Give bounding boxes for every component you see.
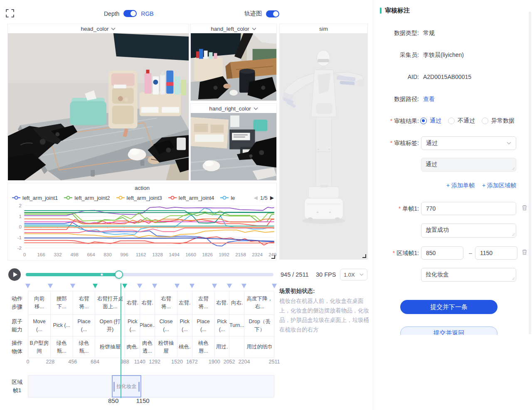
region-frame-block[interactable]: 拉化妆盒 bbox=[112, 375, 141, 398]
legend-item-left_arm_joint2[interactable]: left_arm_joint2 bbox=[64, 195, 110, 201]
single-frame-marker-dot[interactable] bbox=[101, 273, 103, 276]
play-button[interactable] bbox=[8, 268, 21, 281]
hand-left-camera-selector[interactable]: hand_left_color bbox=[191, 24, 276, 33]
keyframe-marker-0[interactable] bbox=[25, 284, 30, 288]
timeline-cell: Turn... bbox=[229, 315, 244, 336]
region-frame-label: *区域帧1: bbox=[373, 250, 419, 257]
resize-handle-icon[interactable] bbox=[271, 255, 275, 259]
submit-return-button[interactable]: 提交并返回 bbox=[400, 327, 498, 335]
timeline-cell: 肉色透... bbox=[140, 336, 155, 358]
timeline-cell: 桃色. bbox=[177, 336, 192, 358]
legend-series-icon bbox=[116, 196, 125, 200]
delete-region-frame-icon[interactable] bbox=[521, 249, 528, 256]
head-camera-panel: head_color bbox=[7, 24, 189, 181]
scrollbar-track[interactable] bbox=[529, 12, 531, 334]
timeline-cell: 粉饼抽屉 bbox=[155, 336, 177, 358]
textarea-resize-icon[interactable] bbox=[512, 233, 515, 236]
keyframe-markers bbox=[28, 283, 274, 289]
legend-page-indicator: 1/5 bbox=[260, 195, 268, 201]
head-camera-selector[interactable]: head_color bbox=[8, 24, 189, 33]
chevron-down-icon bbox=[360, 273, 364, 276]
keyframe-marker-1292[interactable] bbox=[152, 284, 157, 288]
data-type-label: 数据类型: bbox=[373, 29, 419, 37]
result-radio-不通过[interactable]: 不通过 bbox=[448, 117, 475, 125]
header-accent-bar bbox=[380, 7, 382, 14]
progress-slider[interactable] bbox=[26, 273, 273, 276]
playback-bar: 945 / 2511 30 FPS 1.0X bbox=[0, 268, 373, 284]
trajectory-switch[interactable] bbox=[266, 10, 279, 17]
keyframe-marker-228[interactable] bbox=[48, 284, 53, 288]
keyframe-marker-1900[interactable] bbox=[212, 284, 217, 288]
legend-item-left_arm_joint4[interactable]: left_arm_joint4 bbox=[168, 195, 214, 201]
timeline-cell: Pick (... bbox=[125, 315, 140, 336]
review-tag-note-textarea[interactable]: 通过 bbox=[421, 158, 516, 172]
resize-handle-icon[interactable] bbox=[362, 254, 366, 258]
region-start-input[interactable] bbox=[421, 246, 463, 260]
review-tag-note-text: 通过 bbox=[426, 161, 437, 167]
svg-text:166: 166 bbox=[37, 252, 45, 257]
keyframe-marker-1140[interactable] bbox=[137, 284, 142, 288]
keyframe-marker-2511[interactable] bbox=[272, 284, 277, 288]
timeline-row-动作步骤: 向前移...腰部下...右臂将...右臂打开桌面上...右臂.右臂.右臂将...… bbox=[28, 291, 274, 315]
depth-rgb-switch[interactable] bbox=[123, 10, 137, 17]
review-result-label-text: 审核结果: bbox=[394, 118, 419, 124]
sim-panel: sim bbox=[279, 24, 368, 260]
timeline-cell: 向右. bbox=[229, 291, 244, 314]
delete-single-frame-icon[interactable] bbox=[521, 204, 528, 211]
timeline-cell: 用过的纸巾 bbox=[244, 336, 275, 358]
timeline-cell: Close (... bbox=[155, 315, 177, 336]
depth-label: Depth bbox=[104, 10, 119, 17]
keyframe-marker-1672[interactable] bbox=[190, 284, 195, 288]
timeline-cell: Pick (... bbox=[215, 315, 230, 336]
keyframe-marker-1520[interactable] bbox=[175, 284, 180, 288]
single-frame-input[interactable] bbox=[421, 202, 516, 215]
keyframe-marker-456[interactable] bbox=[70, 284, 75, 288]
review-panel-title: 审核标注 bbox=[385, 7, 410, 15]
sim-title: sim bbox=[319, 26, 328, 32]
keyframe-marker-2204[interactable] bbox=[241, 284, 246, 288]
keyframe-marker-988[interactable] bbox=[122, 284, 127, 288]
axis-tick-label: 1520 bbox=[171, 359, 183, 365]
chevron-down-icon bbox=[507, 142, 511, 145]
playhead-line[interactable] bbox=[121, 283, 121, 398]
legend-prev-arrow[interactable]: ◀ bbox=[254, 195, 257, 201]
fullscreen-icon[interactable] bbox=[6, 9, 14, 17]
timeline-cell: 右臂. bbox=[140, 291, 155, 314]
speed-select[interactable]: 1.0X bbox=[340, 269, 367, 280]
progress-handle[interactable] bbox=[115, 270, 123, 279]
legend-next-arrow[interactable]: ▶ bbox=[270, 195, 274, 201]
result-radio-通过[interactable]: 通过 bbox=[420, 117, 441, 125]
single-frame-note-textarea[interactable]: 放置成功 bbox=[421, 223, 516, 238]
action-title-text: action bbox=[135, 185, 150, 191]
frame-position: 945 / 2511 bbox=[281, 271, 308, 278]
add-single-frame-link[interactable]: + 添加单帧 bbox=[446, 182, 475, 189]
data-path-view-link[interactable]: 查看 bbox=[423, 96, 435, 103]
legend-item-left_arm_joint3[interactable]: left_arm_joint3 bbox=[116, 195, 162, 201]
region-end-input[interactable] bbox=[475, 246, 517, 260]
keyframe-marker-2052[interactable] bbox=[227, 284, 232, 288]
region-left-grip[interactable] bbox=[113, 382, 115, 392]
region-frame-label-text: 区域帧1: bbox=[397, 250, 419, 256]
region-frame-note-textarea[interactable]: 拉化妆盒 bbox=[421, 268, 516, 282]
region-right-grip[interactable] bbox=[138, 382, 140, 392]
hand-right-camera-panel: hand_right_color bbox=[190, 103, 277, 181]
action-chart-plot: 210-1-2016633249866483099611621328149416… bbox=[8, 203, 276, 260]
legend-item-left_arm_joint1[interactable]: left_arm_joint1 bbox=[12, 195, 58, 201]
timeline-cell: Move (... bbox=[28, 315, 51, 336]
svg-text:332: 332 bbox=[54, 252, 62, 257]
single-frame-label: *单帧1: bbox=[373, 205, 419, 213]
textarea-resize-icon[interactable] bbox=[512, 277, 515, 280]
timeline-row-label: 原子能力 bbox=[9, 315, 25, 336]
legend-item-le[interactable]: le bbox=[220, 195, 235, 201]
required-mark: * bbox=[393, 250, 395, 256]
region-track[interactable]: 拉化妆盒 bbox=[28, 375, 274, 398]
hand-right-camera-selector[interactable]: hand_right_color bbox=[191, 104, 276, 113]
review-tag-select[interactable]: 通过 bbox=[421, 136, 516, 150]
submit-next-button[interactable]: 提交并下一条 bbox=[400, 300, 498, 314]
svg-text:996: 996 bbox=[120, 252, 128, 257]
textarea-resize-icon[interactable] bbox=[512, 167, 515, 170]
add-region-frame-link[interactable]: + 添加区域帧 bbox=[482, 182, 516, 189]
timeline-cell: Place (... bbox=[192, 315, 215, 336]
keyframe-marker-684[interactable] bbox=[93, 284, 98, 288]
result-radio-异常数据[interactable]: 异常数据 bbox=[482, 117, 515, 125]
